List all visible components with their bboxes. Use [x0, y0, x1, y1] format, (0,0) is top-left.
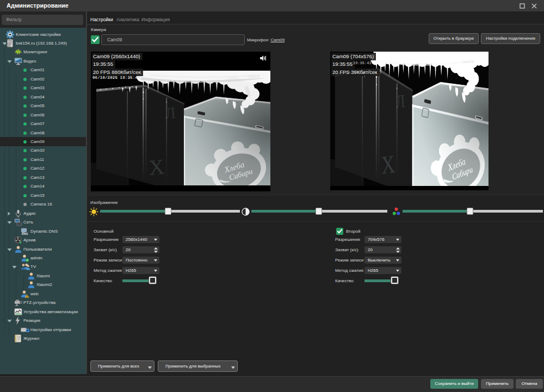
svg-text:DNS: DNS — [22, 232, 28, 235]
